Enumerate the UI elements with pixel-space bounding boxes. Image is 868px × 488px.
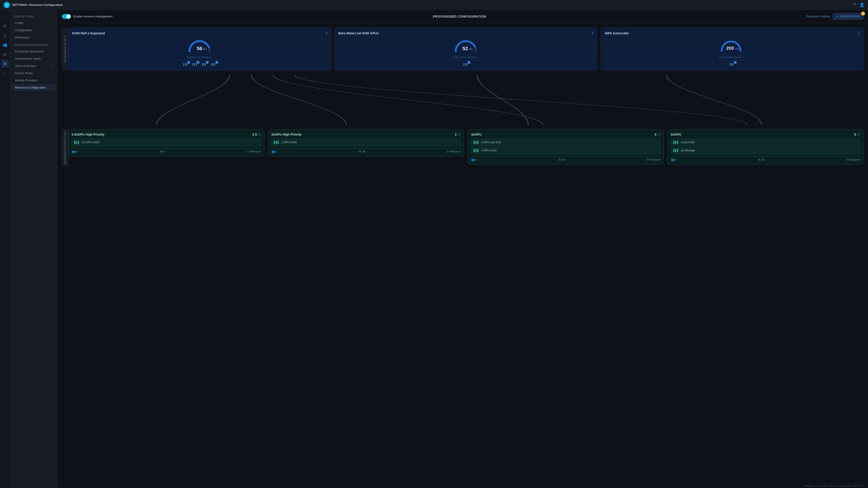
resource-policies-link[interactable]: Resource Policies [807, 15, 830, 18]
pool-card-bare-metal: Bare Metal Low END GPUs ℹ 52 /60 [335, 28, 597, 70]
profile-count: 2 [455, 133, 457, 136]
sidebar-item-access-rules[interactable]: Access Rules [11, 70, 56, 76]
sidebar-item-profile[interactable]: Profile [11, 20, 56, 26]
jobs-icon: ⚙ [359, 150, 361, 153]
ep-label: EXECUTION PRIORITY [610, 56, 854, 59]
queue-item-2[interactable]: ▌▌▌ 2 [191, 62, 199, 67]
policies-button[interactable]: 3 Policies ▾ [846, 158, 860, 161]
main-layout: ⌂ ⊞ ◫ 👥 ▤ ⚙ ▷ USER SETTINGS Profile Conf… [0, 10, 868, 488]
chevron-down-icon: ▾ [859, 158, 860, 161]
footer-jobs-stat: ⚙ 28 [359, 150, 365, 153]
svg-text:/60: /60 [469, 48, 473, 51]
queue-item-4[interactable]: ▌▌▌ 4 [210, 62, 217, 67]
profile-count: 0.5 [252, 133, 257, 136]
open-editor-button[interactable]: ✏ OPEN EDITOR 8 [833, 13, 864, 20]
gauge-container: 200 /200 [604, 38, 860, 53]
sidebar-item-workspace[interactable]: Workspace [11, 34, 56, 41]
sidebar-item-identity-providers[interactable]: Identity Providers [11, 77, 56, 84]
pool-card-title: AWS Autoscaler [604, 31, 629, 35]
execution-priority-bar: ← EXECUTION PRIORITY → [604, 55, 860, 60]
profile-card-header: 4xGPU 4 ⬡ [471, 133, 660, 136]
footer-jobs-stat: ⚙ 25 [758, 158, 765, 161]
policies-label: 1 Policies [447, 150, 458, 153]
execution-priority-bar: ← EXECUTION PRIORITY → [72, 55, 327, 60]
policies-button[interactable]: 1 Policies ▾ [247, 150, 261, 153]
user-avatar-icon[interactable]: 👤 [860, 2, 864, 7]
chevron-down-icon: ▾ [51, 64, 52, 67]
ep-right-arrow: → [855, 56, 858, 59]
queue-item-1[interactable]: ▌▌▌ 1 [462, 62, 470, 67]
sidebar-item-resource-configuration[interactable]: Resource Configuration [11, 84, 56, 91]
policies-button[interactable]: 1 Policies ▾ [447, 150, 461, 153]
users-icon: 👥 [671, 158, 674, 161]
pool-card-header: AWS Autoscaler ℹ [604, 31, 860, 35]
chevron-down-icon: ▾ [459, 150, 461, 153]
sidebar-item-admin-vaults[interactable]: Administrator Vaults [11, 55, 56, 62]
resource-item-1: ▌▌▌ Local H100 [671, 139, 860, 146]
nav-home-icon[interactable]: ⌂ [1, 12, 9, 20]
topbar: c SETTINGS / Resource Configuration ? 👤 [0, 0, 868, 10]
ep-right-arrow: → [322, 56, 325, 59]
policies-button[interactable]: 2 Policies ▾ [647, 158, 660, 161]
sidebar-icons: ⌂ ⊞ ◫ 👥 ▤ ⚙ ▷ [0, 10, 10, 488]
policies-label: 3 Policies [846, 158, 858, 161]
pool-cards-row: H100 Half a Superpod ℹ 56 /64 [68, 28, 864, 70]
resource-pools-section: RESOURCE POOLS H100 Half a Superpod ℹ [62, 28, 864, 70]
ep-right-arrow: → [589, 56, 591, 59]
footer-jobs-stat: ⚙ 13 [559, 158, 565, 161]
enable-resource-management-toggle[interactable] [62, 14, 71, 19]
profile-count: 8 [854, 133, 856, 136]
users-count: 9 [76, 150, 78, 153]
resource-item-label: 2 GPU H100 [281, 141, 297, 144]
profile-count: 4 [655, 133, 656, 136]
queue-item-1[interactable]: ▌▌▌ 1 [728, 62, 736, 67]
footer-users-stat: 👥 8 [471, 158, 477, 161]
topbar-right: ? 👤 [854, 2, 864, 7]
gauge-svg: 56 /64 [187, 38, 212, 53]
nav-settings-icon[interactable]: ⚙ [1, 60, 9, 68]
profile-card-header: 2xGPU High Priority 2 ⬡ [272, 133, 461, 136]
sidebar-item-users-groups[interactable]: Users & Groups ▾ [11, 62, 56, 69]
info-icon[interactable]: ℹ [326, 31, 327, 35]
sidebar-item-enterprise-workspace[interactable]: Enterprise Workspace [11, 48, 56, 55]
editor-badge: 8 [861, 11, 865, 15]
profile-card-8xgpu: 8xGPU 8 ⬡ ▌▌▌ Local H100 ▌▌▌ g [668, 129, 864, 165]
users-icon: 👥 [272, 150, 275, 153]
nav-plugin-icon[interactable]: ▷ [1, 69, 9, 77]
nav-layers-icon[interactable]: ◫ [1, 31, 9, 39]
pool-card-h100: H100 Half a Superpod ℹ 56 /64 [68, 28, 331, 70]
resource-bar-icon: ▌▌▌ [473, 141, 479, 144]
users-icon: 👥 [471, 158, 474, 161]
admin-settings-section-label: ADMINISTRATOR SETTINGS [10, 41, 57, 48]
nav-grid-icon[interactable]: ⊞ [1, 22, 9, 30]
profile-card-footer: 👥 1 ⚙ 28 1 Policies ▾ [272, 148, 461, 153]
queue-item-1[interactable]: ▌▌▌ 1 [182, 62, 189, 67]
queue-item-3[interactable]: ▌▌▌ 3 [200, 62, 208, 67]
users-count: 2 [675, 158, 677, 161]
sidebar-nav: USER SETTINGS Profile Configuration Work… [10, 10, 57, 488]
help-icon[interactable]: ? [854, 2, 856, 7]
info-icon[interactable]: ℹ [859, 31, 860, 35]
user-settings-section-label: USER SETTINGS [10, 13, 57, 19]
resource-item-label: g5.48xlarge [681, 149, 695, 152]
profile-card-title: 2xGPU High Priority [272, 133, 302, 136]
chip-icon: ⬡ [857, 133, 860, 136]
nav-table-icon[interactable]: ▤ [1, 50, 9, 58]
jobs-icon: ⚙ [559, 158, 561, 161]
sidebar-nav-items: USER SETTINGS Profile Configuration Work… [10, 10, 57, 488]
users-count: 1 [276, 150, 277, 153]
sidebar-item-configuration[interactable]: Configuration [11, 27, 56, 34]
chip-icon: ⬡ [458, 133, 461, 136]
edit-icon: ✏ [836, 15, 839, 18]
users-count: 8 [475, 158, 477, 161]
resource-item-2: ▌▌▌ g5.48xlarge [671, 147, 860, 154]
footer-users-stat: 👥 2 [671, 158, 677, 161]
pool-card-header: H100 Half a Superpod ℹ [72, 31, 327, 35]
ep-label: EXECUTION PRIORITY [78, 56, 321, 59]
gauge-container: 52 /60 [338, 38, 593, 53]
info-icon[interactable]: ℹ [592, 31, 593, 35]
nav-users-icon[interactable]: 👥 [1, 41, 9, 49]
header-right: Resource Policies ✏ OPEN EDITOR 8 [807, 13, 864, 20]
scroll-area[interactable]: RESOURCE POOLS H100 Half a Superpod ℹ [57, 23, 868, 483]
svg-text:52: 52 [463, 46, 468, 51]
